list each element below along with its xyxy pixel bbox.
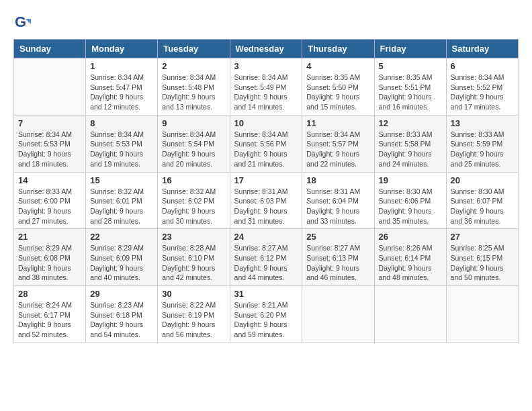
calendar-cell: 11Sunrise: 8:34 AMSunset: 5:57 PMDayligh… — [302, 115, 374, 172]
day-info: Sunrise: 8:34 AMSunset: 5:56 PMDaylight:… — [234, 130, 298, 169]
day-number: 29 — [90, 289, 153, 299]
calendar-cell: 13Sunrise: 8:33 AMSunset: 5:59 PMDayligh… — [446, 115, 518, 172]
day-number: 5 — [379, 61, 442, 71]
calendar-week-3: 14Sunrise: 8:33 AMSunset: 6:00 PMDayligh… — [14, 172, 519, 229]
day-info: Sunrise: 8:33 AMSunset: 6:00 PMDaylight:… — [18, 187, 81, 226]
day-info: Sunrise: 8:35 AMSunset: 5:51 PMDaylight:… — [379, 73, 442, 112]
calendar-cell: 26Sunrise: 8:26 AMSunset: 6:14 PMDayligh… — [374, 229, 446, 286]
day-info: Sunrise: 8:34 AMSunset: 5:47 PMDaylight:… — [90, 73, 153, 112]
day-info: Sunrise: 8:26 AMSunset: 6:14 PMDaylight:… — [379, 243, 442, 283]
calendar-cell: 30Sunrise: 8:22 AMSunset: 6:19 PMDayligh… — [158, 286, 230, 343]
calendar-cell: 6Sunrise: 8:34 AMSunset: 5:52 PMDaylight… — [446, 58, 518, 116]
calendar-cell: 21Sunrise: 8:29 AMSunset: 6:08 PMDayligh… — [14, 229, 86, 286]
logo: G — [13, 13, 35, 32]
calendar-header-row: SundayMondayTuesdayWednesdayThursdayFrid… — [14, 40, 519, 58]
day-info: Sunrise: 8:34 AMSunset: 5:48 PMDaylight:… — [162, 73, 225, 112]
day-info: Sunrise: 8:21 AMSunset: 6:20 PMDaylight:… — [234, 300, 298, 340]
day-number: 1 — [90, 61, 153, 71]
calendar-cell: 1Sunrise: 8:34 AMSunset: 5:47 PMDaylight… — [86, 58, 158, 116]
calendar: SundayMondayTuesdayWednesdayThursdayFrid… — [13, 39, 519, 343]
calendar-cell: 3Sunrise: 8:34 AMSunset: 5:49 PMDaylight… — [230, 58, 302, 116]
weekday-header-wednesday: Wednesday — [230, 40, 302, 58]
calendar-week-4: 21Sunrise: 8:29 AMSunset: 6:08 PMDayligh… — [14, 229, 519, 286]
day-number: 24 — [234, 232, 298, 242]
day-info: Sunrise: 8:34 AMSunset: 5:53 PMDaylight:… — [18, 130, 81, 169]
weekday-header-sunday: Sunday — [14, 40, 86, 58]
day-info: Sunrise: 8:33 AMSunset: 5:58 PMDaylight:… — [379, 130, 442, 169]
day-info: Sunrise: 8:34 AMSunset: 5:54 PMDaylight:… — [162, 130, 225, 169]
calendar-cell: 27Sunrise: 8:25 AMSunset: 6:15 PMDayligh… — [446, 229, 518, 286]
day-number: 25 — [306, 232, 369, 242]
weekday-header-monday: Monday — [86, 40, 158, 58]
day-info: Sunrise: 8:33 AMSunset: 5:59 PMDaylight:… — [451, 130, 514, 169]
page-header: G — [13, 13, 519, 32]
day-number: 20 — [451, 175, 514, 185]
day-number: 8 — [90, 118, 153, 128]
day-number: 23 — [162, 232, 225, 242]
calendar-body: 1Sunrise: 8:34 AMSunset: 5:47 PMDaylight… — [14, 58, 519, 343]
calendar-cell: 20Sunrise: 8:30 AMSunset: 6:07 PMDayligh… — [446, 172, 518, 229]
calendar-week-2: 7Sunrise: 8:34 AMSunset: 5:53 PMDaylight… — [14, 115, 519, 172]
day-number: 26 — [379, 232, 442, 242]
day-info: Sunrise: 8:31 AMSunset: 6:03 PMDaylight:… — [234, 187, 298, 226]
calendar-cell: 4Sunrise: 8:35 AMSunset: 5:50 PMDaylight… — [302, 58, 374, 116]
calendar-cell: 24Sunrise: 8:27 AMSunset: 6:12 PMDayligh… — [230, 229, 302, 286]
day-number: 19 — [379, 175, 442, 185]
day-info: Sunrise: 8:31 AMSunset: 6:04 PMDaylight:… — [306, 187, 369, 226]
day-number: 27 — [451, 232, 514, 242]
day-number: 10 — [234, 118, 298, 128]
calendar-cell: 23Sunrise: 8:28 AMSunset: 6:10 PMDayligh… — [158, 229, 230, 286]
calendar-cell: 9Sunrise: 8:34 AMSunset: 5:54 PMDaylight… — [158, 115, 230, 172]
calendar-cell — [446, 286, 518, 343]
day-number: 4 — [306, 61, 369, 71]
calendar-cell — [14, 58, 86, 116]
calendar-cell: 31Sunrise: 8:21 AMSunset: 6:20 PMDayligh… — [230, 286, 302, 343]
weekday-header-thursday: Thursday — [302, 40, 374, 58]
day-info: Sunrise: 8:32 AMSunset: 6:02 PMDaylight:… — [162, 187, 225, 226]
calendar-week-5: 28Sunrise: 8:24 AMSunset: 6:17 PMDayligh… — [14, 286, 519, 343]
calendar-cell: 14Sunrise: 8:33 AMSunset: 6:00 PMDayligh… — [14, 172, 86, 229]
day-info: Sunrise: 8:23 AMSunset: 6:18 PMDaylight:… — [90, 300, 153, 340]
day-number: 31 — [234, 289, 298, 299]
day-number: 30 — [162, 289, 225, 299]
day-info: Sunrise: 8:27 AMSunset: 6:13 PMDaylight:… — [306, 243, 369, 283]
day-number: 21 — [18, 232, 81, 242]
weekday-header-saturday: Saturday — [446, 40, 518, 58]
day-number: 13 — [451, 118, 514, 128]
calendar-cell — [302, 286, 374, 343]
day-info: Sunrise: 8:34 AMSunset: 5:53 PMDaylight:… — [90, 130, 153, 169]
calendar-cell: 10Sunrise: 8:34 AMSunset: 5:56 PMDayligh… — [230, 115, 302, 172]
weekday-header-friday: Friday — [374, 40, 446, 58]
calendar-cell: 18Sunrise: 8:31 AMSunset: 6:04 PMDayligh… — [302, 172, 374, 229]
calendar-cell — [374, 286, 446, 343]
calendar-cell: 25Sunrise: 8:27 AMSunset: 6:13 PMDayligh… — [302, 229, 374, 286]
day-info: Sunrise: 8:34 AMSunset: 5:49 PMDaylight:… — [234, 73, 298, 112]
day-info: Sunrise: 8:28 AMSunset: 6:10 PMDaylight:… — [162, 243, 225, 283]
day-info: Sunrise: 8:35 AMSunset: 5:50 PMDaylight:… — [306, 73, 369, 112]
calendar-cell: 19Sunrise: 8:30 AMSunset: 6:06 PMDayligh… — [374, 172, 446, 229]
day-info: Sunrise: 8:29 AMSunset: 6:09 PMDaylight:… — [90, 243, 153, 283]
day-info: Sunrise: 8:27 AMSunset: 6:12 PMDaylight:… — [234, 243, 298, 283]
day-number: 3 — [234, 61, 298, 71]
day-info: Sunrise: 8:25 AMSunset: 6:15 PMDaylight:… — [451, 243, 514, 283]
day-info: Sunrise: 8:29 AMSunset: 6:08 PMDaylight:… — [18, 243, 81, 283]
calendar-cell: 2Sunrise: 8:34 AMSunset: 5:48 PMDaylight… — [158, 58, 230, 116]
day-info: Sunrise: 8:30 AMSunset: 6:06 PMDaylight:… — [379, 187, 442, 226]
day-number: 28 — [18, 289, 81, 299]
calendar-cell: 29Sunrise: 8:23 AMSunset: 6:18 PMDayligh… — [86, 286, 158, 343]
calendar-week-1: 1Sunrise: 8:34 AMSunset: 5:47 PMDaylight… — [14, 58, 519, 116]
calendar-cell: 7Sunrise: 8:34 AMSunset: 5:53 PMDaylight… — [14, 115, 86, 172]
day-number: 14 — [18, 175, 81, 185]
day-number: 12 — [379, 118, 442, 128]
svg-text:G: G — [15, 13, 26, 30]
logo-icon: G — [13, 13, 32, 32]
calendar-cell: 5Sunrise: 8:35 AMSunset: 5:51 PMDaylight… — [374, 58, 446, 116]
day-number: 17 — [234, 175, 298, 185]
svg-marker-1 — [26, 19, 31, 24]
day-number: 7 — [18, 118, 81, 128]
calendar-cell: 17Sunrise: 8:31 AMSunset: 6:03 PMDayligh… — [230, 172, 302, 229]
day-info: Sunrise: 8:22 AMSunset: 6:19 PMDaylight:… — [162, 300, 225, 340]
day-number: 16 — [162, 175, 225, 185]
day-number: 2 — [162, 61, 225, 71]
day-number: 22 — [90, 232, 153, 242]
